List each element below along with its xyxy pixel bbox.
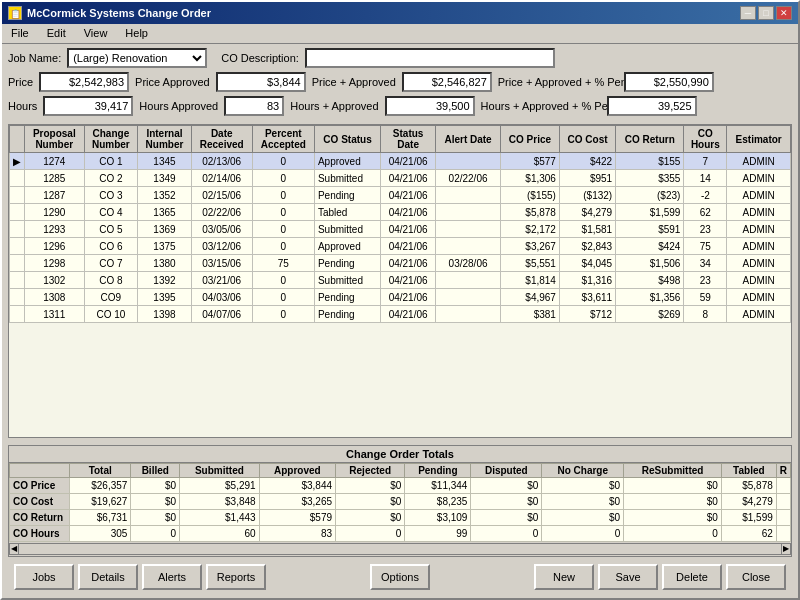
menu-edit[interactable]: Edit xyxy=(43,26,70,41)
cell-hours: 75 xyxy=(684,238,727,255)
totals-row: CO Cost $19,627 $0 $3,848 $3,265 $0 $8,2… xyxy=(10,494,791,510)
table-row[interactable]: 1311 CO 10 1398 04/07/06 0 Pending 04/21… xyxy=(10,306,791,323)
row-indicator xyxy=(10,187,25,204)
totals-cell-approved: 83 xyxy=(259,526,335,542)
alerts-button[interactable]: Alerts xyxy=(142,564,202,590)
cell-cost: $422 xyxy=(559,153,615,170)
row-indicator xyxy=(10,272,25,289)
scroll-right-btn[interactable]: ▶ xyxy=(781,543,791,555)
jobs-button[interactable]: Jobs xyxy=(14,564,74,590)
price-row: Price Price Approved Price + Approved Pr… xyxy=(8,72,792,92)
hours-pct-pending-input[interactable] xyxy=(607,96,697,116)
totals-cell-resubmitted: $0 xyxy=(624,494,722,510)
totals-cell-approved: $3,844 xyxy=(259,478,335,494)
price-input[interactable] xyxy=(39,72,129,92)
job-name-row: Job Name: (Large) Renovation CO Descript… xyxy=(8,48,792,68)
price-label: Price xyxy=(8,76,33,88)
cell-estimator: ADMIN xyxy=(727,170,791,187)
table-row[interactable]: 1308 CO9 1395 04/03/06 0 Pending 04/21/0… xyxy=(10,289,791,306)
cell-price: $577 xyxy=(501,153,560,170)
save-button[interactable]: Save xyxy=(598,564,658,590)
cell-hours: 23 xyxy=(684,221,727,238)
totals-cell-r xyxy=(776,526,790,542)
table-row[interactable]: 1296 CO 6 1375 03/12/06 0 Approved 04/21… xyxy=(10,238,791,255)
cell-change: CO9 xyxy=(84,289,138,306)
scroll-left-btn[interactable]: ◀ xyxy=(9,543,19,555)
table-row[interactable]: 1302 CO 8 1392 03/21/06 0 Submitted 04/2… xyxy=(10,272,791,289)
cell-status-date: 04/21/06 xyxy=(381,255,436,272)
hours-approved-label: Hours Approved xyxy=(139,100,218,112)
row-indicator xyxy=(10,289,25,306)
reports-button[interactable]: Reports xyxy=(206,564,266,590)
hours-approved-input[interactable] xyxy=(224,96,284,116)
totals-cell-pending: $8,235 xyxy=(405,494,471,510)
totals-col-tabled: Tabled xyxy=(721,464,776,478)
cell-internal: 1375 xyxy=(138,238,192,255)
hours-row: Hours Hours Approved Hours + Approved Ho… xyxy=(8,96,792,116)
cell-pct: 0 xyxy=(252,306,314,323)
hours-input[interactable] xyxy=(43,96,133,116)
totals-cell-pending: 99 xyxy=(405,526,471,542)
cell-internal: 1392 xyxy=(138,272,192,289)
totals-col-submitted: Submitted xyxy=(180,464,260,478)
price-approved-input[interactable] xyxy=(216,72,306,92)
totals-cell-approved: $3,265 xyxy=(259,494,335,510)
cell-change: CO 6 xyxy=(84,238,138,255)
menu-view[interactable]: View xyxy=(80,26,112,41)
cell-return: $1,599 xyxy=(616,204,684,221)
totals-cell-r xyxy=(776,494,790,510)
title-bar-left: 📋 McCormick Systems Change Order xyxy=(8,6,211,20)
col-indicator xyxy=(10,126,25,153)
price-pct-pending-input[interactable] xyxy=(624,72,714,92)
app-icon: 📋 xyxy=(8,6,22,20)
cell-date: 03/05/06 xyxy=(191,221,252,238)
job-name-select[interactable]: (Large) Renovation xyxy=(67,48,207,68)
minimize-button[interactable]: ─ xyxy=(740,6,756,20)
cell-status-date: 04/21/06 xyxy=(381,306,436,323)
cell-change: CO 8 xyxy=(84,272,138,289)
cell-cost: $951 xyxy=(559,170,615,187)
table-row[interactable]: 1290 CO 4 1365 02/22/06 0 Tabled 04/21/0… xyxy=(10,204,791,221)
totals-row-label: CO Cost xyxy=(10,494,70,510)
table-row[interactable]: 1287 CO 3 1352 02/15/06 0 Pending 04/21/… xyxy=(10,187,791,204)
maximize-button[interactable]: □ xyxy=(758,6,774,20)
cell-estimator: ADMIN xyxy=(727,306,791,323)
col-estimator: Estimator xyxy=(727,126,791,153)
table-row[interactable]: ▶ 1274 CO 1 1345 02/13/06 0 Approved 04/… xyxy=(10,153,791,170)
cell-alert xyxy=(436,187,501,204)
col-status: CO Status xyxy=(314,126,380,153)
totals-cell-r xyxy=(776,478,790,494)
cell-return: $355 xyxy=(616,170,684,187)
table-row[interactable]: 1285 CO 2 1349 02/14/06 0 Submitted 04/2… xyxy=(10,170,791,187)
cell-hours: 34 xyxy=(684,255,727,272)
totals-scrollbar[interactable]: ◀ ▶ xyxy=(9,542,791,556)
totals-cell-rejected: 0 xyxy=(336,526,405,542)
table-row[interactable]: 1298 CO 7 1380 03/15/06 75 Pending 04/21… xyxy=(10,255,791,272)
cell-pct: 75 xyxy=(252,255,314,272)
row-indicator: ▶ xyxy=(10,153,25,170)
price-plus-approved-input[interactable] xyxy=(402,72,492,92)
cell-return: $1,506 xyxy=(616,255,684,272)
cell-return: $155 xyxy=(616,153,684,170)
cell-pct: 0 xyxy=(252,238,314,255)
co-description-input[interactable] xyxy=(305,48,555,68)
new-button[interactable]: New xyxy=(534,564,594,590)
table-row[interactable]: 1293 CO 5 1369 03/05/06 0 Submitted 04/2… xyxy=(10,221,791,238)
delete-button[interactable]: Delete xyxy=(662,564,722,590)
cell-proposal: 1285 xyxy=(25,170,85,187)
close-window-button[interactable]: ✕ xyxy=(776,6,792,20)
data-table-section: ProposalNumber ChangeNumber InternalNumb… xyxy=(8,124,792,438)
cell-cost: $4,279 xyxy=(559,204,615,221)
menu-help[interactable]: Help xyxy=(121,26,152,41)
cell-return: $498 xyxy=(616,272,684,289)
details-button[interactable]: Details xyxy=(78,564,138,590)
cell-proposal: 1308 xyxy=(25,289,85,306)
close-button[interactable]: Close xyxy=(726,564,786,590)
cell-internal: 1369 xyxy=(138,221,192,238)
totals-col-r: R xyxy=(776,464,790,478)
options-button[interactable]: Options xyxy=(370,564,430,590)
cell-proposal: 1311 xyxy=(25,306,85,323)
menu-file[interactable]: File xyxy=(7,26,33,41)
hours-plus-approved-input[interactable] xyxy=(385,96,475,116)
cell-alert: 03/28/06 xyxy=(436,255,501,272)
